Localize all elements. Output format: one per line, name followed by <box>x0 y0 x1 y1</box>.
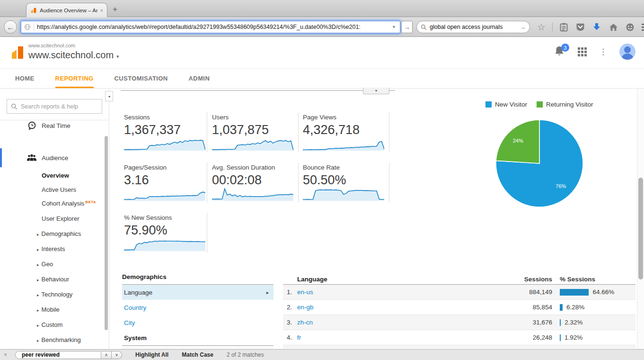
tab-home[interactable]: HOME <box>15 69 35 88</box>
search-go-icon[interactable]: → <box>520 24 526 31</box>
ga-header: www.scitechnol.com www.scitechnol.com▾ 3… <box>0 37 644 68</box>
menu-hamburger-icon[interactable] <box>641 20 644 34</box>
sidebar-item-active-users[interactable]: Active Users <box>42 186 76 193</box>
pct-bar <box>560 304 563 311</box>
sidebar-scrollbar[interactable] <box>105 136 108 330</box>
sidebar-item-geo[interactable]: ▸Geo <box>37 261 53 268</box>
apps-grid-icon[interactable] <box>578 47 587 56</box>
download-icon[interactable] <box>591 20 602 34</box>
search-icon <box>19 352 19 358</box>
match-count-status: 2 of 2 matches <box>227 351 264 358</box>
sidebar-item-demographics[interactable]: ▸Demographics <box>37 230 81 237</box>
sidebar-item-cohort-analysis[interactable]: Cohort AnalysisBETA <box>42 200 96 207</box>
pct-bar <box>560 319 561 326</box>
panel-collapse-tab[interactable]: ▼ <box>363 88 389 94</box>
language-link[interactable]: zh-cn <box>297 319 313 326</box>
go-button[interactable]: → <box>401 21 413 33</box>
visitor-pie-chart[interactable]: 76%24% <box>494 118 584 208</box>
search-icon <box>421 24 427 30</box>
chevron-right-icon: ▸ <box>37 278 39 282</box>
sidebar-item-behaviour[interactable]: ▸Behaviour <box>37 276 69 283</box>
beta-badge: BETA <box>85 200 96 204</box>
sidebar-collapse-button[interactable]: ◂ <box>105 91 113 101</box>
avatar[interactable] <box>619 44 635 60</box>
bookmark-star-icon[interactable]: ☆ <box>536 20 547 34</box>
url-dropdown-icon[interactable]: ▼ <box>392 25 397 29</box>
globe-icon <box>24 24 31 30</box>
url-input[interactable] <box>37 24 389 30</box>
sidebar-search-box[interactable] <box>7 99 102 114</box>
findbar-close-icon[interactable]: × <box>4 351 10 358</box>
metric-users[interactable]: Users 1,037,875 <box>212 114 300 151</box>
metric-pageviews[interactable]: Page Views 4,326,718 <box>303 114 391 151</box>
chevron-right-icon: ▸ <box>37 308 39 313</box>
legend-new-visitor: New Visitor <box>485 101 527 108</box>
sidebar-item-custom[interactable]: ▸Custom <box>37 321 62 328</box>
tab-reporting[interactable]: REPORTING <box>55 69 94 88</box>
browser-search-box[interactable]: → <box>416 21 530 33</box>
language-link[interactable]: fr <box>297 334 301 341</box>
pageviews-sparkline <box>303 136 391 151</box>
page-scrollbar[interactable] <box>638 178 643 279</box>
tab-close-icon[interactable]: × <box>100 8 103 13</box>
browser-tab[interactable]: Audience Overview – Anal... × <box>26 3 107 17</box>
url-bar[interactable]: ▼ <box>21 21 400 33</box>
metric-avg-duration[interactable]: Avg. Session Duration 00:02:08 <box>212 164 300 201</box>
new-tab-button[interactable]: + <box>113 5 117 14</box>
chevron-right-icon: ▸ <box>37 232 39 237</box>
ga-nav: HOME REPORTING CUSTOMISATION ADMIN <box>0 68 644 89</box>
findbar: × ∧ ∨ Highlight All Match Case 2 of 2 ma… <box>0 349 644 360</box>
chat-smiley-icon[interactable] <box>624 20 635 34</box>
cutoff-row <box>283 345 635 349</box>
tab-admin[interactable]: ADMIN <box>189 69 210 88</box>
bookmarks-list-icon[interactable] <box>558 20 569 34</box>
sidebar-item-audience[interactable]: Audience <box>0 149 109 166</box>
language-link[interactable]: en-gb <box>297 304 314 311</box>
find-next-button[interactable]: ∨ <box>112 351 122 359</box>
table-row: 3.zh-cn 31,676 2.32% <box>283 315 635 330</box>
demographics-row-city[interactable]: City <box>122 315 273 330</box>
sidebar-item-technology[interactable]: ▸Technology <box>37 291 72 298</box>
more-options-icon[interactable]: ⋮ <box>599 48 607 56</box>
panel-divider <box>121 90 395 91</box>
new-sessions-sparkline <box>124 237 212 251</box>
browser-search-input[interactable] <box>430 24 517 30</box>
language-link[interactable]: en-us <box>297 288 313 296</box>
sidebar-item-benchmarking[interactable]: ▸Benchmarking <box>37 336 81 343</box>
main-report: ▼ Sessions 1,367,337 Users 1,037,875 Pag… <box>109 89 644 349</box>
demographics-row-language[interactable]: Language ▸ <box>122 285 273 300</box>
findbar-search-box[interactable] <box>15 351 101 359</box>
sidebar-item-realtime[interactable]: Real Time <box>0 117 109 134</box>
browser-tab-strip: Audience Overview – Anal... × + <box>0 0 644 17</box>
screen: Audience Overview – Anal... × + ← ▼ → → <box>0 0 644 360</box>
metric-new-sessions[interactable]: % New Sessions 75.90% <box>124 214 212 251</box>
sidebar-item-overview[interactable]: Overview <box>42 172 69 179</box>
demographics-row-country[interactable]: Country <box>122 300 273 315</box>
sidebar-item-interests[interactable]: ▸Interests <box>37 245 65 252</box>
sidebar-item-user-explorer[interactable]: User Explorer <box>42 215 79 222</box>
realtime-icon <box>26 121 37 131</box>
match-case-button[interactable]: Match Case <box>182 351 213 358</box>
demographics-panel: Demographics Language ▸ Country City Sys… <box>122 273 273 350</box>
chevron-right-icon: ▸ <box>37 323 39 328</box>
url-separator <box>34 23 34 31</box>
metric-bounce-rate[interactable]: Bounce Rate 50.50% <box>303 164 391 201</box>
pocket-icon[interactable] <box>574 20 586 34</box>
system-title: System <box>122 330 273 346</box>
tab-customisation[interactable]: CUSTOMISATION <box>115 69 168 88</box>
table-row: 2.en-gb 85,854 6.28% <box>283 300 635 315</box>
home-icon[interactable] <box>608 20 619 34</box>
back-button[interactable]: ← <box>4 20 17 34</box>
metric-sessions[interactable]: Sessions 1,367,337 <box>124 114 212 151</box>
language-table-header: Language Sessions % Sessions <box>283 274 635 285</box>
sidebar-search-input[interactable] <box>21 103 98 110</box>
highlight-all-button[interactable]: Highlight All <box>135 351 168 358</box>
metric-pages-session[interactable]: Pages/Session 3.16 <box>124 164 212 201</box>
property-selector[interactable]: www.scitechnol.com▾ <box>28 50 119 61</box>
sidebar-item-mobile[interactable]: ▸Mobile <box>37 306 60 313</box>
chevron-right-icon: ▸ <box>37 247 39 252</box>
audience-icon <box>26 153 37 162</box>
findbar-input[interactable] <box>22 351 97 358</box>
find-previous-button[interactable]: ∧ <box>101 351 112 359</box>
notifications-bell-icon[interactable]: 3 <box>554 45 565 58</box>
